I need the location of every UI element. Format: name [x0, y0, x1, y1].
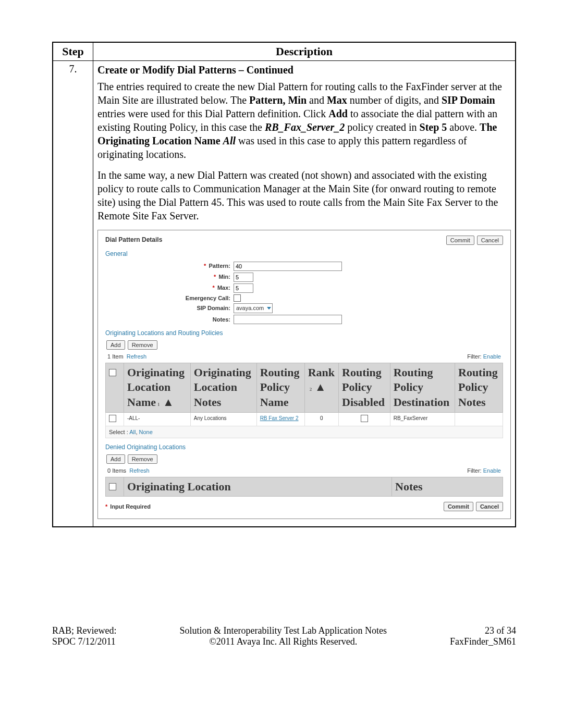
footer-right: 23 of 34 FaxFinder_SM61 — [450, 625, 516, 647]
rp-name-link[interactable]: RB Fax Server 2 — [260, 415, 299, 421]
denied-remove-button[interactable]: Remove — [128, 454, 157, 464]
select-none-link[interactable]: None — [139, 429, 153, 435]
select-all-checkbox[interactable] — [109, 369, 116, 376]
notes-label: Notes: — [105, 316, 234, 323]
denied-add-button[interactable]: Add — [106, 454, 125, 464]
add-button[interactable]: Add — [106, 340, 125, 350]
step-number: 7. — [53, 61, 93, 527]
step-description: Create or Modify Dial Patterns – Continu… — [93, 61, 516, 527]
chevron-down-icon — [267, 307, 271, 310]
col-rank[interactable]: Rank 2 ▲ — [304, 363, 338, 412]
general-section: General — [105, 250, 503, 258]
item-count-row: 1 Item Refresh Filter: Enable — [105, 352, 503, 361]
col-denied-orig-loc[interactable]: Originating Location — [124, 477, 392, 497]
orig-section: Originating Locations and Routing Polici… — [105, 329, 503, 338]
min-input[interactable] — [234, 273, 253, 282]
select-all-link[interactable]: All — [129, 429, 136, 435]
denied-refresh-link[interactable]: Refresh — [129, 467, 150, 474]
select-row: Select : All, None — [105, 426, 503, 438]
dial-pattern-panel: Dial Pattern Details Commit Cancel Gener… — [97, 230, 511, 519]
notes-input[interactable] — [234, 315, 342, 324]
sipdomain-label: SIP Domain: — [105, 304, 234, 312]
max-input[interactable] — [234, 283, 253, 293]
denied-table: Originating Location Notes — [105, 477, 503, 497]
pattern-input[interactable] — [234, 262, 342, 271]
commit-button-bottom[interactable]: Commit — [444, 502, 473, 511]
header-description: Description — [93, 42, 516, 61]
input-required-label: * Input Required — [105, 503, 151, 510]
emergency-checkbox[interactable] — [234, 294, 241, 302]
footer-center: Solution & Interoperability Test Lab App… — [180, 625, 387, 647]
header-step: Step — [53, 42, 93, 61]
refresh-link[interactable]: Refresh — [127, 353, 147, 360]
orig-table: Originating Location Name1 ▲ Originating… — [105, 363, 503, 426]
cancel-button-bottom[interactable]: Cancel — [476, 502, 503, 511]
sipdomain-select[interactable]: avaya.com — [234, 303, 273, 313]
col-orig-name[interactable]: Originating Location Name1 ▲ — [124, 363, 191, 412]
step-title: Create or Modify Dial Patterns – Continu… — [97, 63, 511, 77]
col-denied-notes[interactable]: Notes — [392, 477, 503, 497]
denied-select-all-checkbox[interactable] — [109, 483, 116, 490]
col-rp-name[interactable]: Routing Policy Name — [256, 363, 304, 412]
bottom-buttons: Commit Cancel — [443, 502, 503, 511]
row-checkbox[interactable] — [109, 415, 116, 422]
denied-section: Denied Originating Locations — [105, 443, 503, 452]
col-rp-dest[interactable]: Routing Policy Destination — [390, 363, 455, 412]
step-table: Step Description 7. Create or Modify Dia… — [52, 42, 516, 527]
min-label: * Min: — [105, 273, 234, 280]
remove-button[interactable]: Remove — [128, 340, 157, 350]
commit-button[interactable]: Commit — [446, 236, 474, 245]
col-rp-disabled[interactable]: Routing Policy Disabled — [339, 363, 390, 412]
table-row: -ALL- Any Locations RB Fax Server 2 0 RB… — [106, 412, 503, 426]
col-rp-notes[interactable]: Routing Policy Notes — [455, 363, 503, 412]
top-buttons: Commit Cancel — [445, 236, 503, 245]
footer-left: RAB; Reviewed: SPOC 7/12/2011 — [52, 625, 117, 647]
max-label: * Max: — [105, 284, 234, 291]
emergency-label: Emergency Call: — [105, 294, 234, 302]
denied-count-row: 0 Items Refresh Filter: Enable — [105, 466, 503, 475]
rp-disabled-checkbox[interactable] — [361, 415, 368, 422]
panel-title: Dial Pattern Details — [105, 236, 162, 244]
filter-enable-link[interactable]: Enable — [483, 353, 501, 360]
pattern-label: * Pattern: — [105, 262, 234, 269]
paragraph-1: The entries required to create the new D… — [97, 80, 511, 161]
page-footer: RAB; Reviewed: SPOC 7/12/2011 Solution &… — [52, 625, 516, 647]
col-orig-notes[interactable]: Originating Location Notes — [190, 363, 256, 412]
paragraph-2: In the same way, a new Dial Pattern was … — [97, 168, 511, 223]
cancel-button[interactable]: Cancel — [477, 236, 503, 245]
denied-filter-enable-link[interactable]: Enable — [483, 467, 501, 474]
